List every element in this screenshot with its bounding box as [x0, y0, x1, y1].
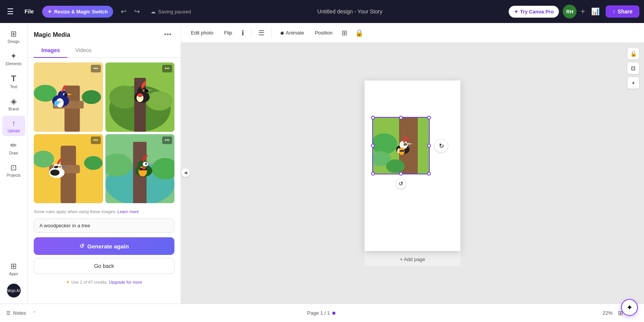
position-button[interactable]: Position: [311, 28, 336, 38]
edit-photo-button[interactable]: Edit photo: [187, 28, 217, 38]
mojo-ai-avatar[interactable]: Mojo AI: [7, 284, 21, 297]
handle-top-mid[interactable]: [399, 116, 403, 120]
user-avatar[interactable]: RH: [563, 5, 577, 18]
generate-again-button[interactable]: ↺ Generate again: [34, 237, 174, 255]
try-canva-icon: ✦: [514, 9, 518, 15]
design-icon: ⊞: [10, 29, 17, 38]
image-card-4[interactable]: •••: [105, 134, 175, 204]
learn-more-link[interactable]: Learn more: [117, 209, 139, 214]
image-card-2[interactable]: •••: [105, 62, 175, 132]
try-canva-button[interactable]: ✦ Try Canva Pro: [509, 6, 559, 18]
handle-right-mid[interactable]: [427, 144, 431, 148]
share-label: Share: [618, 8, 632, 15]
canvas-add-button[interactable]: +: [627, 77, 639, 89]
sidebar-item-projects[interactable]: ⊡ Projects: [2, 160, 25, 181]
handle-left-mid[interactable]: [371, 144, 375, 148]
expand-button[interactable]: ⌃: [29, 308, 40, 319]
card-2-more-button[interactable]: •••: [162, 65, 172, 72]
canvas-wrapper: 🔒 ⊡ +: [181, 43, 644, 304]
hide-panel-button[interactable]: ◀: [181, 168, 190, 177]
topbar-center: Untitled design - Your Story: [194, 8, 506, 15]
handle-top-right[interactable]: [427, 116, 431, 120]
sidebar-label-brand: Brand: [8, 107, 19, 111]
sidebar-item-apps[interactable]: ⊞ Apps: [2, 258, 25, 279]
bottom-center: Page 1 / 1: [307, 310, 335, 316]
analytics-button[interactable]: 📊: [589, 5, 602, 18]
lock-button[interactable]: 🔒: [353, 26, 366, 39]
grid-button[interactable]: ⊞: [339, 26, 350, 39]
refresh-handle[interactable]: ↻: [434, 139, 448, 153]
canvas-tools: 🔒 ⊡ +: [627, 48, 639, 89]
rules-text: Some rules apply when using these images…: [28, 208, 181, 217]
add-button[interactable]: +: [580, 7, 585, 16]
svg-point-53: [386, 159, 405, 173]
menu-button[interactable]: ☰: [5, 5, 16, 18]
animate-button[interactable]: ◆ Animate: [276, 28, 308, 38]
svg-point-33: [60, 166, 61, 167]
try-canva-label: Try Canva Pro: [520, 9, 554, 15]
image-card-1[interactable]: •••: [34, 62, 103, 132]
prompt-input[interactable]: [34, 219, 174, 233]
notes-label: Notes: [13, 310, 26, 316]
animate-label: Animate: [286, 30, 304, 36]
card-4-more-button[interactable]: •••: [162, 136, 172, 144]
go-back-button[interactable]: Go back: [34, 258, 174, 274]
sidebar-label-projects: Projects: [7, 173, 20, 177]
generate-label: Generate again: [87, 243, 129, 250]
svg-point-4: [82, 90, 101, 104]
selected-image[interactable]: ↻ ↺: [372, 117, 430, 174]
canvas-page[interactable]: ↻ ↺: [365, 80, 460, 251]
add-page-button[interactable]: + Add page: [365, 253, 460, 266]
canvas-lock-button[interactable]: 🔒: [627, 48, 639, 60]
handle-top-left[interactable]: [371, 116, 375, 120]
assistant-button[interactable]: ✦: [621, 299, 638, 316]
sidebar-item-draw[interactable]: ✏ Draw: [2, 138, 25, 158]
separator-2: [271, 28, 272, 38]
saving-text: Saving paused: [158, 9, 191, 15]
animate-icon: ◆: [280, 30, 284, 36]
page-info: Page 1 / 1: [307, 310, 330, 316]
canvas-copy-button[interactable]: ⊡: [627, 62, 639, 74]
share-button[interactable]: ↑ Share: [606, 5, 639, 18]
file-menu-button[interactable]: File: [21, 6, 38, 17]
undo-button[interactable]: ↩: [118, 5, 130, 18]
svg-point-57: [405, 144, 406, 145]
sidebar-item-elements[interactable]: ✦ Elements: [2, 48, 25, 69]
notes-button[interactable]: ☰ Notes: [6, 310, 26, 316]
sidebar-label-text: Text: [10, 85, 17, 89]
generate-icon: ↺: [79, 243, 84, 250]
design-title[interactable]: Untitled design - Your Story: [317, 8, 383, 15]
tab-videos[interactable]: Videos: [67, 43, 99, 58]
rotate-handle[interactable]: ↺: [396, 178, 406, 189]
undo-redo-group: ↩ ↪: [118, 5, 143, 18]
svg-rect-60: [400, 150, 404, 152]
apps-icon: ⊞: [10, 261, 17, 271]
card-1-more-button[interactable]: •••: [91, 65, 101, 72]
handle-bottom-mid[interactable]: [399, 172, 403, 176]
info-button[interactable]: ℹ: [239, 26, 246, 39]
sidebar-item-text[interactable]: T Text: [2, 71, 25, 92]
svg-point-28: [84, 156, 102, 170]
draw-icon: ✏: [10, 141, 17, 150]
upgrade-link[interactable]: Upgrade for more: [109, 280, 142, 284]
panel-tabs: Images Videos: [28, 43, 181, 58]
projects-icon: ⊡: [10, 163, 17, 172]
card-3-more-button[interactable]: •••: [91, 136, 101, 144]
handle-bottom-left[interactable]: [371, 172, 375, 176]
redo-button[interactable]: ↪: [131, 5, 143, 18]
sidebar-label-elements: Elements: [6, 62, 22, 66]
image-card-3[interactable]: •••: [34, 134, 103, 204]
sidebar-item-brand[interactable]: ◈ Brand: [2, 94, 25, 114]
panel-more-button[interactable]: •••: [161, 29, 174, 40]
sidebar-item-design[interactable]: ⊞ Design: [2, 26, 25, 47]
svg-point-15: [146, 91, 172, 110]
menu-icon-button[interactable]: ☰: [256, 26, 267, 39]
tab-images[interactable]: Images: [34, 43, 67, 58]
magic-switch-button[interactable]: ✦ Resize & Magic Switch: [42, 6, 113, 18]
bottom-left: ☰ Notes ⌃: [6, 308, 40, 319]
magic-switch-label: Resize & Magic Switch: [54, 9, 108, 15]
sidebar-item-upload[interactable]: ↑ Upload: [2, 116, 25, 136]
flip-button[interactable]: Flip: [220, 28, 236, 38]
separator-1: [251, 28, 251, 38]
handle-bottom-right[interactable]: [427, 172, 431, 176]
